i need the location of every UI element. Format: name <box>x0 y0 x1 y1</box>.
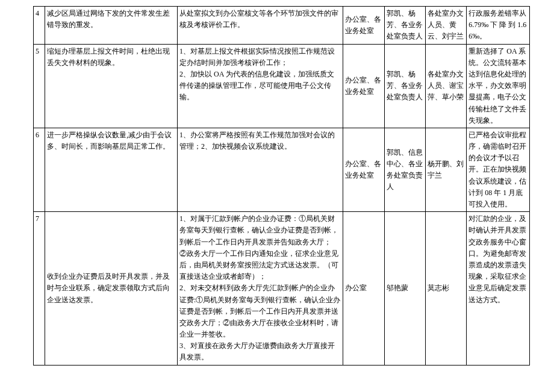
cell-dept2: 郭凯、信息中心、各业务处室负责人 <box>384 128 425 211</box>
cell-dept3: 杨开鹏、刘宇兰 <box>426 128 467 211</box>
table-row: 7 收到企业办证费后及时开具发票，并及时与企业联系，确定发票领取方式后向企业送达… <box>34 212 530 365</box>
cell-remark: 已严格会议审批程序，确需临时召开的会议才予以召开。正在加快视频会议系统建设，估计… <box>467 128 530 211</box>
cell-problem: 缩短办理基层上报文件时间，杜绝出现丢失文件材料的现象。 <box>45 44 178 128</box>
cell-measure: 1、办公室将严格按照有关工作规范加强对会议的管理；2、加快视频会议系统建设。 <box>178 128 343 211</box>
document-table: 4 减少区局通过网络下发的文件常发生差错导致的重发。 从处室拟文到办公室核文等各… <box>33 6 530 366</box>
cell-dept2: 郭凯、杨芳、各业务处室负责人 <box>384 44 425 128</box>
cell-dept3: 莫志彬 <box>426 212 467 365</box>
cell-dept2: 郭凯、杨芳、各业务处室负责人 <box>384 7 425 45</box>
cell-measure: 1、对属于汇款到帐户的企业办证费：①局机关财务室每天到银行查帐，确认企业办证费是… <box>178 212 343 365</box>
cell-problem: 收到企业办证费后及时开具发票，并及时与企业联系，确定发票领取方式后向企业送达发票… <box>45 212 178 365</box>
cell-dept1: 办公室 <box>343 212 384 365</box>
cell-remark: 对汇款的企业，及时确认并开具发票交政务服务中心窗口。为避免邮寄发票造成的发票遗失… <box>467 212 530 365</box>
cell-remark: 行政服务差错率从 6.79‰ 下 降 到 1.66‰。 <box>467 7 530 45</box>
table-row: 6 进一步严格操纵会议数量,减少由于会议多、时间长，而影响基层局正常工作。 1、… <box>34 128 530 211</box>
cell-problem: 减少区局通过网络下发的文件常发生差错导致的重发。 <box>45 7 178 45</box>
cell-dept1: 办公室、各业务处室 <box>343 7 384 45</box>
cell-dept1: 办公室、各业务处室 <box>343 44 384 128</box>
cell-num: 4 <box>34 7 45 45</box>
cell-measure: 1、对基层上报文件根据实际情况按照工作规范设定办结时间并加强考核评价工作； 2、… <box>178 44 343 128</box>
cell-problem: 进一步严格操纵会议数量,减少由于会议多、时间长，而影响基层局正常工作。 <box>45 128 178 211</box>
cell-remark: 重新选择了 OA 系统。公文流转基本达到信息化处理的水平，办文效率明显提高，电子… <box>467 44 530 128</box>
cell-num: 7 <box>34 212 45 365</box>
cell-num: 6 <box>34 128 45 211</box>
cell-dept3: 各处室办文人员、黄云、刘宇兰 <box>426 7 467 45</box>
cell-dept1: 办公室、各业务处室 <box>343 128 384 211</box>
cell-measure: 从处室拟文到办公室核文等各个环节加强文件的审核及考核评价工作。 <box>178 7 343 45</box>
table-row: 4 减少区局通过网络下发的文件常发生差错导致的重发。 从处室拟文到办公室核文等各… <box>34 7 530 45</box>
cell-dept2: 邬艳蒙 <box>384 212 425 365</box>
table-row: 5 缩短办理基层上报文件时间，杜绝出现丢失文件材料的现象。 1、对基层上报文件根… <box>34 44 530 128</box>
cell-dept3: 各处室办文人员、谢宝萍、草小荣 <box>426 44 467 128</box>
cell-num: 5 <box>34 44 45 128</box>
